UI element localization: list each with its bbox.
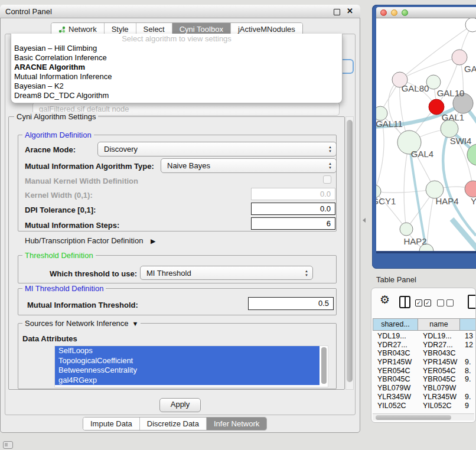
table-cell: 9. [460,358,476,367]
column-header-name[interactable]: name [418,318,460,331]
algorithm-option[interactable]: Mutual Information Inference [11,72,342,81]
tab-label: Infer Network [214,418,259,430]
network-edge [452,219,476,251]
network-icon [58,26,66,33]
minimize-traffic-light-icon[interactable] [391,9,397,16]
tab-impute-data[interactable]: Impute Data [83,418,140,430]
network-edge [426,190,435,251]
node-label: GAL10 [437,88,465,98]
table-cell: 9. [460,375,476,384]
table-horizontal-scrollbar[interactable] [373,413,474,420]
collapsed-arrow-icon: ▶ [151,237,155,244]
tab-infer-network[interactable]: Infer Network [207,418,266,430]
zoom-traffic-light-icon[interactable] [402,9,408,16]
node-label: GAL80 [402,83,429,93]
attributes-scrollbar-thumb[interactable] [321,347,327,384]
node-label: Y [471,196,476,206]
network-canvas[interactable]: GALGAL80GAL10GAL1GAL11SWI4GAL4GCY1HAP4YH… [376,18,476,251]
table-cell: 9 [460,402,476,410]
combo-arrows-icon: ▲▼ [305,269,308,278]
document-icon[interactable] [468,295,476,309]
kernel-width-field[interactable]: 0.0 [251,188,335,200]
cyni-mode-tabbar: Impute DataDiscretize DataInfer Network [83,417,267,431]
unchecked-checkbox-icon[interactable] [437,299,444,306]
algorithm-option[interactable]: Bayesian – K2 [11,81,342,91]
attribute-item[interactable]: BetweennessCentrality [55,366,319,376]
tab-label: Discretize Data [147,418,199,430]
mi-threshold-field[interactable]: 0.5 [248,297,334,310]
tab-discretize-data[interactable]: Discretize Data [140,418,207,430]
aracne-mode-combobox[interactable]: Discovery ▲▼ [97,142,337,156]
algorithm-option[interactable]: Dream8 DC_TDC Algorithm [11,91,342,100]
mi-steps-field[interactable]: 6 [251,217,335,230]
table-row[interactable]: YIL052CYIL052C9 [373,402,476,410]
network-node[interactable] [400,223,413,236]
dpi-tolerance-field[interactable]: 0.0 [251,203,335,215]
table-row[interactable]: YPR145WYPR145W9. [373,358,476,367]
algorithm-option[interactable]: Basic Correlation Inference [11,53,342,63]
table-row[interactable]: YBR045CYBR045C9. [373,375,476,384]
data-attributes-list[interactable]: SelfLoopsTopologicalCoefficientBetweenne… [54,345,328,387]
node-label: GAL [464,64,476,74]
table-cell [460,349,476,358]
which-threshold-label: Which threshold to use: [50,269,137,278]
checked-checkbox-icon[interactable]: ✓ [424,299,431,306]
table-cell: YDR27... [418,341,460,350]
table-scrollbar-thumb[interactable] [376,415,451,420]
table-row[interactable]: YDR27...YDR27...12 [373,341,476,350]
network-node[interactable] [441,120,458,138]
node-label: GAL1 [442,112,464,122]
close-traffic-light-icon[interactable] [380,9,387,16]
node-label: GAL11 [376,119,403,129]
network-node[interactable] [465,18,476,32]
table-cell: YER054C [373,367,418,376]
table-cell: YPR145W [418,358,460,367]
settings-scrollbar-thumb[interactable] [347,120,353,382]
minimized-panel-icon[interactable] [3,441,13,449]
hub-section-label: Hub/Transcription Factor Definition [25,236,143,245]
network-node[interactable] [465,181,476,197]
table-row[interactable]: YLR345WYLR345W9. [373,393,476,402]
table-cell: YPR145W [373,358,418,367]
table-cell: YDL19... [418,332,460,341]
network-edge [404,142,409,229]
node-label: HAP2 [403,236,426,246]
table-cell: YBL079W [373,384,418,393]
table-panel: ⚙ ✓ ✓ shared... name YDL19...YDL19...13Y… [371,288,476,423]
close-icon[interactable]: ✕ [347,6,353,15]
manual-kernel-checkbox[interactable] [323,175,331,184]
checked-checkbox-icon[interactable]: ✓ [415,299,422,306]
apply-button[interactable]: Apply [159,398,201,412]
control-panel-titlebar[interactable]: Control Panel ✕ [0,5,360,18]
network-node[interactable] [452,50,467,65]
combo-arrows-icon: ▲▼ [328,162,332,170]
table-row[interactable]: YER054CYER054C8. [373,367,476,376]
table-row[interactable]: YBL079WYBL079W [373,384,476,393]
attribute-item[interactable]: TopologicalCoefficient [55,356,319,366]
columns-icon[interactable] [399,296,410,308]
attribute-item[interactable]: gal4RGexp [55,376,319,386]
gear-icon[interactable]: ⚙ [380,293,390,306]
table-cell: YBL079W [418,384,460,393]
panel-divider-arrow[interactable] [363,218,366,223]
algorithm-option[interactable]: ARACNE Algorithm [11,63,342,72]
which-threshold-combobox[interactable]: MI Threshold ▲▼ [140,266,313,280]
aracne-mode-label: Aracne Mode: [25,145,76,154]
table-cell: YBR043C [373,349,418,358]
table-row[interactable]: YBR043CYBR043C [373,349,476,358]
hub-section-toggle[interactable]: Hub/Transcription Factor Definition ▶ [25,236,155,245]
column-header-extra[interactable] [459,318,476,331]
table-cell: YIL052C [418,402,460,410]
float-window-icon[interactable] [334,9,340,15]
attribute-item[interactable]: SelfLoops [55,346,319,356]
algorithm-combobox-fragment[interactable] [341,59,354,74]
column-header-shared[interactable]: shared... [373,318,418,331]
unchecked-checkbox-icon[interactable] [446,299,454,306]
table-row[interactable]: YDL19...YDL19...13 [373,332,476,341]
mi-steps-label: Mutual Information Steps: [25,221,119,230]
sources-title-label: Sources for Network Inference [25,319,129,328]
algorithm-option[interactable]: Bayesian – Hill Climbing [11,44,342,53]
sources-title[interactable]: Sources for Network Inference ▼ [22,319,141,328]
mi-threshold-title: MI Threshold Definition [22,284,106,293]
mi-type-combobox[interactable]: Naive Bayes ▲▼ [161,158,337,173]
